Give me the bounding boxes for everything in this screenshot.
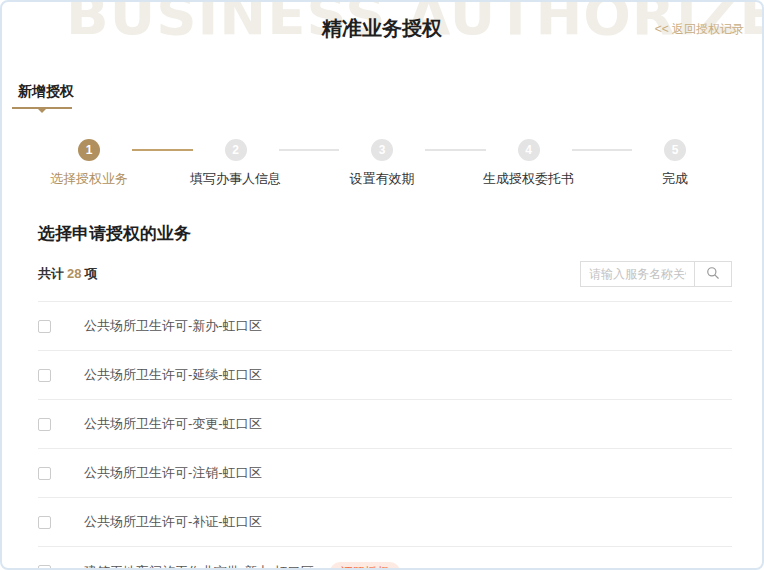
license-authorization-badge: 证照授权 xyxy=(330,562,400,570)
total-count: 共计28项 xyxy=(38,265,97,283)
service-row[interactable]: 建筑工地夜间施工作业审批-新办-虹口区 证照授权 xyxy=(38,547,732,570)
step-2-label: 填写办事人信息 xyxy=(190,170,281,188)
step-1: 1 选择授权业务 xyxy=(46,139,132,188)
step-connector xyxy=(425,149,486,151)
service-name: 公共场所卫生许可-注销-虹口区 xyxy=(84,464,262,482)
step-3-circle: 3 xyxy=(371,139,393,161)
tab-new-authorization[interactable]: 新增授权 xyxy=(18,82,74,109)
service-name: 公共场所卫生许可-补证-虹口区 xyxy=(84,513,262,531)
service-row[interactable]: 公共场所卫生许可-延续-虹口区 xyxy=(38,351,732,400)
service-name: 公共场所卫生许可-延续-虹口区 xyxy=(84,366,262,384)
step-1-circle: 1 xyxy=(78,139,100,161)
search-input[interactable] xyxy=(580,261,694,287)
tab-label: 新增授权 xyxy=(18,83,74,99)
step-indicator: 1 选择授权业务 2 填写办事人信息 3 设置有效期 4 生成授权委托书 5 完… xyxy=(46,139,718,188)
step-2: 2 填写办事人信息 xyxy=(193,139,279,188)
service-row[interactable]: 公共场所卫生许可-变更-虹口区 xyxy=(38,400,732,449)
back-to-records-link[interactable]: << 返回授权记录 xyxy=(655,21,744,38)
step-2-circle: 2 xyxy=(225,139,247,161)
service-search xyxy=(580,261,732,287)
step-3: 3 设置有效期 xyxy=(339,139,425,188)
step-connector xyxy=(132,149,193,151)
section-heading: 选择申请授权的业务 xyxy=(38,222,762,245)
total-count-suffix: 项 xyxy=(84,266,97,281)
tab-active-indicator xyxy=(12,107,72,109)
step-5-circle: 5 xyxy=(664,139,686,161)
service-checkbox[interactable] xyxy=(38,467,51,480)
service-row[interactable]: 公共场所卫生许可-补证-虹口区 xyxy=(38,498,732,547)
service-row[interactable]: 公共场所卫生许可-新办-虹口区 xyxy=(38,302,732,351)
step-4-label: 生成授权委托书 xyxy=(483,170,574,188)
service-name: 公共场所卫生许可-新办-虹口区 xyxy=(84,317,262,335)
header: 精准业务授权 << 返回授权记录 xyxy=(2,2,762,42)
step-4: 4 生成授权委托书 xyxy=(486,139,572,188)
total-count-number: 28 xyxy=(67,266,81,281)
total-count-prefix: 共计 xyxy=(38,266,64,281)
step-connector xyxy=(572,149,633,151)
page-title: 精准业务授权 xyxy=(2,2,762,42)
search-button[interactable] xyxy=(694,261,732,287)
page: BUSINESS AUTHORIZED 精准业务授权 << 返回授权记录 新增授… xyxy=(0,0,764,570)
step-1-label: 选择授权业务 xyxy=(50,170,128,188)
step-3-label: 设置有效期 xyxy=(350,170,415,188)
service-row[interactable]: 公共场所卫生许可-注销-虹口区 xyxy=(38,449,732,498)
step-4-circle: 4 xyxy=(518,139,540,161)
service-checkbox[interactable] xyxy=(38,418,51,431)
service-list: 公共场所卫生许可-新办-虹口区 公共场所卫生许可-延续-虹口区 公共场所卫生许可… xyxy=(38,301,732,570)
step-5-label: 完成 xyxy=(662,170,688,188)
search-icon xyxy=(706,266,720,283)
service-checkbox[interactable] xyxy=(38,369,51,382)
step-connector xyxy=(279,149,340,151)
service-checkbox[interactable] xyxy=(38,320,51,333)
service-checkbox[interactable] xyxy=(38,516,51,529)
service-name: 建筑工地夜间施工作业审批-新办-虹口区 xyxy=(84,563,314,570)
service-name: 公共场所卫生许可-变更-虹口区 xyxy=(84,415,262,433)
list-toolbar: 共计28项 xyxy=(38,261,732,287)
step-5: 5 完成 xyxy=(632,139,718,188)
service-checkbox[interactable] xyxy=(38,565,51,570)
